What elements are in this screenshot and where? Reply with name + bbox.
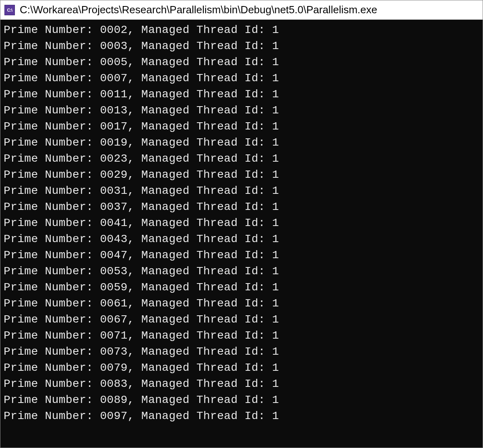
console-line: Prime Number: 0005, Managed Thread Id: 1 [4, 54, 479, 70]
console-line: Prime Number: 0019, Managed Thread Id: 1 [4, 135, 479, 151]
console-line: Prime Number: 0037, Managed Thread Id: 1 [4, 199, 479, 215]
console-line: Prime Number: 0007, Managed Thread Id: 1 [4, 70, 479, 86]
console-line: Prime Number: 0041, Managed Thread Id: 1 [4, 215, 479, 231]
console-line: Prime Number: 0083, Managed Thread Id: 1 [4, 376, 479, 392]
console-line: Prime Number: 0059, Managed Thread Id: 1 [4, 279, 479, 296]
console-line: Prime Number: 0023, Managed Thread Id: 1 [4, 151, 479, 167]
console-line: Prime Number: 0089, Managed Thread Id: 1 [4, 392, 479, 408]
console-line: Prime Number: 0002, Managed Thread Id: 1 [4, 22, 479, 38]
console-app-icon-label: C:\ [7, 8, 12, 12]
console-line: Prime Number: 0017, Managed Thread Id: 1 [4, 119, 479, 135]
console-line: Prime Number: 0061, Managed Thread Id: 1 [4, 296, 479, 312]
console-line: Prime Number: 0043, Managed Thread Id: 1 [4, 231, 479, 247]
console-line: Prime Number: 0067, Managed Thread Id: 1 [4, 312, 479, 328]
console-line: Prime Number: 0097, Managed Thread Id: 1 [4, 408, 479, 424]
console-line: Prime Number: 0003, Managed Thread Id: 1 [4, 38, 479, 54]
console-line: Prime Number: 0013, Managed Thread Id: 1 [4, 103, 479, 119]
console-window: C:\ C:\Workarea\Projects\Research\Parall… [0, 0, 483, 448]
console-line: Prime Number: 0031, Managed Thread Id: 1 [4, 183, 479, 199]
console-line: Prime Number: 0073, Managed Thread Id: 1 [4, 344, 479, 360]
console-line: Prime Number: 0079, Managed Thread Id: 1 [4, 360, 479, 376]
window-title: C:\Workarea\Projects\Research\Parallelis… [20, 4, 377, 16]
console-line: Prime Number: 0071, Managed Thread Id: 1 [4, 328, 479, 344]
console-output[interactable]: Prime Number: 0002, Managed Thread Id: 1… [0, 20, 483, 448]
console-line: Prime Number: 0047, Managed Thread Id: 1 [4, 247, 479, 263]
console-line: Prime Number: 0029, Managed Thread Id: 1 [4, 167, 479, 183]
console-app-icon: C:\ [4, 5, 15, 15]
console-line: Prime Number: 0011, Managed Thread Id: 1 [4, 86, 479, 103]
titlebar[interactable]: C:\ C:\Workarea\Projects\Research\Parall… [0, 0, 483, 20]
console-line: Prime Number: 0053, Managed Thread Id: 1 [4, 263, 479, 279]
